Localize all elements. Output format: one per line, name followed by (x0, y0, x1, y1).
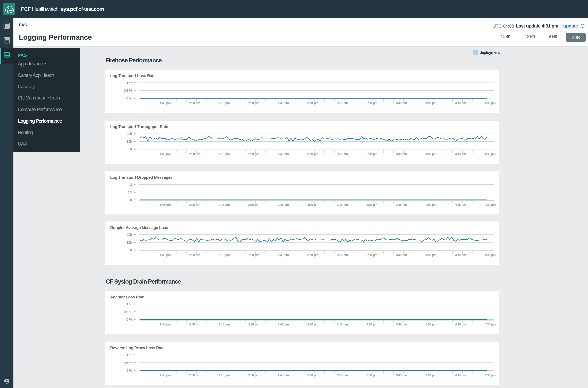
svg-text:3:15 pm: 3:15 pm (337, 152, 348, 156)
svg-text:2:00 pm: 2:00 pm (189, 152, 200, 156)
svg-text:4:30 pm: 4:30 pm (485, 203, 495, 206)
svg-text:1:45 pm: 1:45 pm (160, 203, 171, 206)
svg-text:2:30 pm: 2:30 pm (248, 373, 259, 377)
svg-text:2:45 pm: 2:45 pm (278, 203, 289, 206)
svg-text:4:30 pm: 4:30 pm (485, 323, 495, 326)
svg-text:2:00 pm: 2:00 pm (189, 203, 200, 206)
svg-text:3:00 pm: 3:00 pm (307, 253, 318, 257)
svg-text:1:45 pm: 1:45 pm (160, 373, 171, 377)
svg-text:1: 1 (130, 182, 132, 187)
svg-text:2:15 pm: 2:15 pm (219, 373, 230, 377)
svg-text:3:00 pm: 3:00 pm (307, 323, 318, 326)
svg-text:3:15 pm: 3:15 pm (337, 323, 348, 326)
svg-text:4:00 pm: 4:00 pm (425, 373, 436, 377)
svg-text:4:00 pm: 4:00 pm (425, 101, 436, 105)
svg-text:4:00 pm: 4:00 pm (425, 203, 436, 206)
svg-text:3:30 pm: 3:30 pm (367, 323, 377, 326)
svg-text:3:45 pm: 3:45 pm (396, 152, 407, 156)
svg-text:0: 0 (130, 147, 132, 151)
svg-text:2:45 pm: 2:45 pm (278, 253, 289, 257)
svg-text:0.5 %: 0.5 % (124, 89, 132, 93)
svg-text:3:15 pm: 3:15 pm (337, 253, 348, 257)
svg-text:3:00 pm: 3:00 pm (307, 152, 318, 156)
svg-text:2:00 pm: 2:00 pm (189, 323, 200, 326)
svg-text:2:30 pm: 2:30 pm (248, 101, 259, 105)
svg-text:4:30 pm: 4:30 pm (485, 253, 495, 257)
svg-text:2:15 pm: 2:15 pm (219, 253, 230, 257)
svg-text:3:45 pm: 3:45 pm (396, 101, 407, 105)
svg-text:3:15 pm: 3:15 pm (337, 203, 348, 206)
svg-text:20k: 20k (126, 132, 132, 136)
svg-text:2:15 pm: 2:15 pm (219, 101, 230, 105)
svg-text:10k: 10k (126, 140, 132, 144)
svg-text:4:00 pm: 4:00 pm (425, 253, 436, 257)
svg-text:4:30 pm: 4:30 pm (485, 152, 495, 156)
svg-text:3:45 pm: 3:45 pm (396, 253, 407, 257)
svg-text:4:15 pm: 4:15 pm (455, 101, 466, 105)
svg-text:3:30 pm: 3:30 pm (367, 101, 377, 105)
svg-text:2:45 pm: 2:45 pm (278, 101, 289, 105)
svg-text:1 %: 1 % (126, 353, 132, 357)
svg-text:3:30 pm: 3:30 pm (367, 152, 377, 156)
svg-text:4:15 pm: 4:15 pm (455, 152, 466, 156)
svg-text:1:45 pm: 1:45 pm (160, 323, 171, 326)
svg-text:1 %: 1 % (126, 81, 132, 85)
svg-text:10k: 10k (126, 241, 132, 244)
svg-text:4:00 pm: 4:00 pm (425, 152, 436, 156)
svg-text:3:15 pm: 3:15 pm (337, 373, 348, 377)
svg-text:3:30 pm: 3:30 pm (367, 373, 377, 377)
svg-text:0.5: 0.5 (127, 190, 132, 194)
svg-text:2:30 pm: 2:30 pm (248, 203, 259, 206)
svg-text:2:45 pm: 2:45 pm (278, 323, 289, 326)
svg-text:3:45 pm: 3:45 pm (396, 203, 407, 206)
svg-text:4:15 pm: 4:15 pm (455, 253, 466, 257)
svg-text:2:45 pm: 2:45 pm (278, 373, 289, 377)
svg-text:4:30 pm: 4:30 pm (485, 101, 495, 105)
svg-text:4:15 pm: 4:15 pm (455, 373, 466, 377)
svg-text:3:30 pm: 3:30 pm (367, 203, 377, 206)
svg-text:3:45 pm: 3:45 pm (396, 373, 407, 377)
svg-text:4:00 pm: 4:00 pm (425, 323, 436, 326)
svg-text:0: 0 (130, 198, 132, 202)
svg-text:2:00 pm: 2:00 pm (189, 253, 200, 257)
svg-text:2:30 pm: 2:30 pm (248, 323, 259, 326)
svg-text:1:45 pm: 1:45 pm (160, 101, 171, 105)
svg-text:2:15 pm: 2:15 pm (219, 152, 230, 156)
svg-text:1:45 pm: 1:45 pm (160, 253, 171, 257)
svg-text:2:15 pm: 2:15 pm (219, 203, 230, 206)
svg-text:4:15 pm: 4:15 pm (455, 203, 466, 206)
svg-text:20k: 20k (126, 233, 132, 237)
svg-text:1:45 pm: 1:45 pm (160, 152, 171, 156)
svg-text:0.5 %: 0.5 % (124, 310, 132, 314)
svg-text:3:15 pm: 3:15 pm (337, 101, 348, 105)
svg-text:2:00 pm: 2:00 pm (189, 101, 200, 105)
svg-text:2:00 pm: 2:00 pm (189, 373, 200, 377)
svg-text:3:00 pm: 3:00 pm (307, 373, 318, 377)
svg-text:2:15 pm: 2:15 pm (219, 323, 230, 326)
svg-text:1 %: 1 % (126, 302, 132, 306)
svg-text:3:00 pm: 3:00 pm (307, 101, 318, 105)
svg-text:3:30 pm: 3:30 pm (367, 253, 377, 257)
svg-text:3:45 pm: 3:45 pm (396, 323, 407, 326)
svg-text:4:15 pm: 4:15 pm (455, 323, 466, 326)
svg-text:0: 0 (130, 248, 132, 252)
svg-text:2:30 pm: 2:30 pm (248, 152, 259, 156)
svg-text:3:00 pm: 3:00 pm (307, 203, 318, 206)
svg-text:2:30 pm: 2:30 pm (248, 253, 259, 257)
svg-text:2:45 pm: 2:45 pm (278, 152, 289, 156)
svg-text:0 %: 0 % (126, 318, 132, 322)
svg-text:0 %: 0 % (126, 368, 132, 372)
svg-text:4:30 pm: 4:30 pm (485, 373, 495, 377)
svg-text:0.5 %: 0.5 % (124, 361, 132, 365)
svg-text:0 %: 0 % (126, 96, 132, 100)
